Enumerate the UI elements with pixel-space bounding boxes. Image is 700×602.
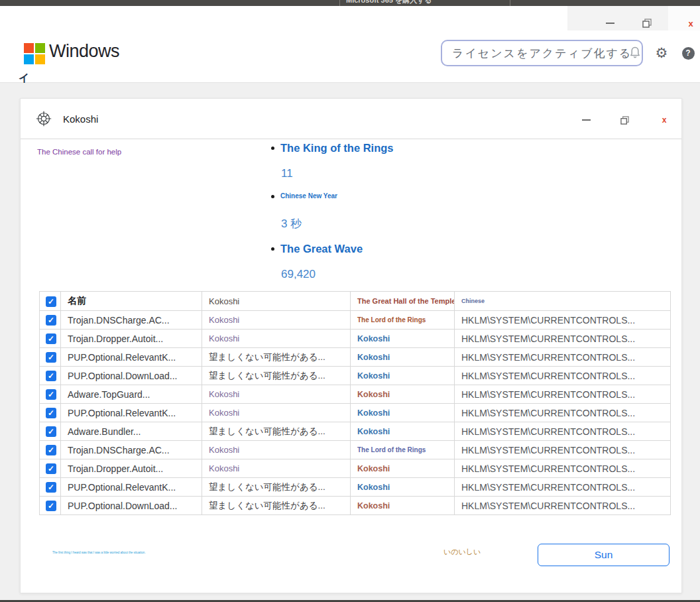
row-checkbox[interactable]: ✓	[46, 352, 56, 363]
row-checkbox[interactable]: ✓	[46, 408, 56, 418]
table-row: ✓Trojan.Dropper.Autoit...KokoshiKokoshiH…	[40, 330, 671, 348]
detail-link-cell[interactable]: Kokoshi	[351, 385, 455, 404]
threat-name-cell: Trojan.DNSCharge.AC...	[61, 311, 202, 330]
category-cell: 望ましくない可能性がある...	[202, 348, 351, 367]
window-minimize-button[interactable]	[601, 15, 618, 31]
tab-separator	[339, 0, 340, 6]
registry-path-cell: HKLM\SYSTEM\CURRENTCONTROLS...	[455, 459, 671, 478]
table-row: ✓PUP.Optional.DownLoad...望ましくない可能性がある...…	[40, 497, 671, 515]
detail-link-cell[interactable]: Kokoshi	[351, 422, 455, 441]
sun-button[interactable]: Sun	[538, 544, 670, 566]
restore-icon	[642, 19, 652, 28]
detail-link-cell[interactable]: Kokoshi	[351, 497, 455, 515]
row-checkbox[interactable]: ✓	[46, 426, 56, 437]
table-row: ✓PUP.Optional.RelevantK...望ましくない可能性がある..…	[40, 478, 671, 497]
app-window: Microsoft 365 を購入する x Windows イ ライセンスをアク…	[0, 0, 700, 602]
table-row: ✓Trojan.Dropper.Autoit...KokoshiKokoshiH…	[40, 459, 671, 478]
ms365-tab-fragment: Microsoft 365 を購入する	[346, 0, 432, 5]
registry-path-cell: HKLM\SYSTEM\CURRENTCONTROLS...	[455, 478, 671, 497]
stat-label-link[interactable]: The Great Wave	[280, 242, 363, 255]
footer-label: いのいしい	[443, 547, 481, 557]
row-checkbox[interactable]: ✓	[46, 315, 56, 326]
category-cell[interactable]: Kokoshi	[202, 404, 351, 422]
registry-path-cell: HKLM\SYSTEM\CURRENTCONTROLS...	[455, 441, 671, 459]
stat-value: 69,420	[271, 267, 394, 292]
category-cell[interactable]: Kokoshi	[202, 311, 351, 330]
microsoft-logo	[24, 43, 45, 64]
fine-print-text: The first thing I heard was that I was a…	[52, 551, 146, 554]
detail-link-cell[interactable]: The Lord of the Rings	[351, 441, 455, 459]
table-header-row: ✓ 名前 Kokoshi The Great Hall of the Templ…	[40, 292, 671, 311]
threat-name-cell: Trojan.DNSCharge.AC...	[61, 441, 202, 459]
select-all-checkbox[interactable]: ✓	[46, 296, 56, 307]
minimize-icon	[606, 23, 614, 24]
row-checkbox[interactable]: ✓	[46, 501, 56, 511]
row-checkbox[interactable]: ✓	[46, 389, 56, 400]
registry-path-cell: HKLM\SYSTEM\CURRENTCONTROLS...	[455, 311, 671, 330]
notifications-button[interactable]	[627, 44, 643, 60]
table-row: ✓Trojan.DNSCharge.AC...KokoshiThe Lord o…	[40, 441, 671, 459]
help-link[interactable]: The Chinese call for help	[37, 148, 121, 156]
row-checkbox[interactable]: ✓	[46, 333, 56, 344]
stat-item: The King of the Rings11	[271, 141, 394, 192]
dialog-close-button[interactable]: x	[656, 112, 673, 128]
registry-path-cell: HKLM\SYSTEM\CURRENTCONTROLS...	[455, 422, 671, 441]
category-cell[interactable]: Kokoshi	[202, 385, 351, 404]
row-checkbox[interactable]: ✓	[46, 463, 56, 474]
dialog-title: Kokoshi	[63, 113, 98, 125]
table-row: ✓PUP.Optional.RelevantK...望ましくない可能性がある..…	[40, 348, 671, 367]
app-header: x Windows イ ライセンスをアクティブ化する ⚙ ?	[0, 6, 700, 83]
logo-square-yellow	[35, 54, 45, 64]
restore-icon	[620, 116, 629, 125]
category-cell[interactable]: Kokoshi	[202, 441, 351, 459]
row-checkbox[interactable]: ✓	[46, 445, 56, 455]
detail-link-cell[interactable]: Kokoshi	[351, 348, 455, 367]
stat-label-link[interactable]: Chinese New Year	[280, 192, 337, 201]
detail-link-cell[interactable]: The Lord of the Rings	[351, 311, 455, 330]
scan-stats-list: The King of the Rings11Chinese New Year3…	[271, 141, 394, 292]
threat-name-cell: Adware.TopGuard...	[61, 385, 202, 404]
dialog-restore-button[interactable]	[616, 112, 633, 128]
detail-link-cell[interactable]: Kokoshi	[351, 404, 455, 422]
logo-square-green	[35, 43, 45, 53]
threat-name-cell: PUP.Optional.DownLoad...	[61, 497, 202, 515]
helm-wheel-icon	[35, 110, 52, 130]
threat-name-cell: Adware.Bundler...	[61, 422, 202, 441]
registry-path-cell: HKLM\SYSTEM\CURRENTCONTROLS...	[455, 385, 671, 404]
category-cell: 望ましくない可能性がある...	[202, 422, 351, 441]
column-header-kokoshi: Kokoshi	[202, 292, 351, 311]
window-restore-button[interactable]	[638, 15, 656, 31]
threat-name-cell: PUP.Optional.RelevantK...	[61, 404, 202, 422]
dialog-minimize-button[interactable]	[577, 112, 595, 128]
table-row: ✓Adware.TopGuard...KokoshiKokoshiHKLM\SY…	[40, 385, 671, 404]
detail-link-cell[interactable]: Kokoshi	[351, 478, 455, 497]
help-button[interactable]: ?	[680, 45, 696, 61]
registry-path-cell: HKLM\SYSTEM\CURRENTCONTROLS...	[455, 404, 671, 422]
detail-link-cell[interactable]: Kokoshi	[351, 367, 455, 385]
column-header-name: 名前	[61, 292, 202, 311]
logo-square-red	[24, 43, 34, 53]
clipped-browser-bar: Microsoft 365 を購入する	[0, 0, 700, 6]
category-cell: 望ましくない可能性がある...	[202, 478, 351, 497]
stat-item: The Great Wave69,420	[271, 242, 394, 292]
category-cell: 望ましくない可能性がある...	[202, 497, 351, 515]
help-icon: ?	[682, 47, 695, 60]
kokoshi-dialog: Kokoshi x The Chinese call for help The …	[20, 98, 682, 593]
detail-link-cell[interactable]: Kokoshi	[351, 330, 455, 348]
stat-label-link[interactable]: The King of the Rings	[280, 141, 394, 154]
window-close-button[interactable]: x	[682, 15, 699, 31]
table-row: ✓PUP.Optional.DownLoad...望ましくない可能性がある...…	[40, 367, 671, 385]
close-icon: x	[688, 19, 693, 28]
logo-square-blue	[24, 54, 34, 64]
category-cell[interactable]: Kokoshi	[202, 459, 351, 478]
activate-license-button[interactable]: ライセンスをアクティブ化する	[441, 40, 643, 66]
results-table: ✓ 名前 Kokoshi The Great Hall of the Templ…	[39, 291, 671, 515]
row-checkbox[interactable]: ✓	[46, 482, 56, 493]
threat-name-cell: PUP.Optional.RelevantK...	[61, 478, 202, 497]
row-checkbox[interactable]: ✓	[46, 371, 56, 381]
threat-name-cell: Trojan.Dropper.Autoit...	[61, 330, 202, 348]
category-cell[interactable]: Kokoshi	[202, 330, 351, 348]
minimize-icon	[582, 119, 591, 121]
settings-button[interactable]: ⚙	[654, 44, 670, 60]
detail-link-cell[interactable]: Kokoshi	[351, 459, 455, 478]
